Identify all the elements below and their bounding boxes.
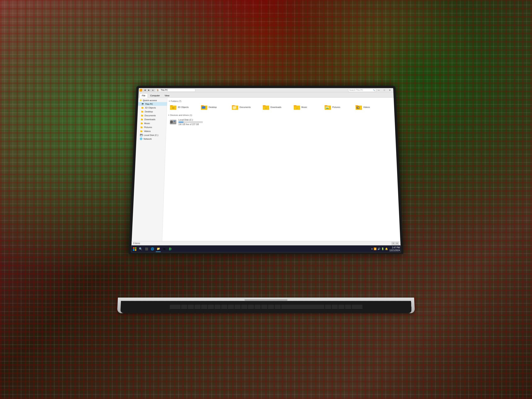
sidebar-item-this-pc[interactable]: 💻 This PC xyxy=(138,102,167,106)
key-2 xyxy=(188,304,194,310)
tray-battery[interactable]: 🔋 xyxy=(381,247,384,250)
pictures-icon xyxy=(140,126,143,129)
sidebar-local-disk-label: Local Disk (C:) xyxy=(144,134,158,136)
drives-section-label: Devices and drives (1) xyxy=(170,114,192,116)
svg-rect-52 xyxy=(174,122,175,122)
tab-computer[interactable]: Computer xyxy=(148,93,162,97)
sidebar-item-documents[interactable]: Documents xyxy=(137,114,167,117)
svg-rect-55 xyxy=(133,249,134,250)
windows-logo-icon xyxy=(133,247,137,251)
svg-rect-4 xyxy=(141,111,143,113)
view-toggle: ☰ ⊞ xyxy=(392,242,399,245)
folder-videos-icon xyxy=(355,104,362,110)
date-display: 12/21/2024 xyxy=(389,249,400,252)
tray-volume[interactable]: 🔊 xyxy=(377,247,380,250)
folder-music[interactable]: ♪ Music xyxy=(292,103,323,111)
3d-objects-icon xyxy=(141,106,144,109)
windows-file-explorer: ◀ ▶ ▲ 🏠 › This PC Search This PC 🔍 xyxy=(131,88,401,252)
folders-section-header: Folders (7) xyxy=(169,99,392,103)
key-18 xyxy=(338,304,344,310)
folder-3d-objects[interactable]: 3D 3D Objects xyxy=(168,103,199,111)
drive-bar xyxy=(179,121,183,123)
taskbar-clock[interactable]: 2:47 PM 12/21/2024 xyxy=(389,246,400,252)
videos-icon xyxy=(140,130,143,133)
folder-desktop-name: Desktop xyxy=(209,106,217,108)
close-button[interactable]: ✕ xyxy=(387,89,393,91)
forward-button[interactable]: ▶ xyxy=(147,89,151,92)
key-7 xyxy=(221,304,227,310)
folder-pictures-icon xyxy=(325,104,331,110)
sidebar-item-this-pc-label: This PC xyxy=(145,103,153,105)
search-placeholder: Search This PC xyxy=(349,89,363,91)
svg-rect-24 xyxy=(202,106,205,107)
sidebar-item-pictures[interactable]: Pictures xyxy=(137,125,166,129)
sidebar-item-network[interactable]: 🌐 Network xyxy=(136,137,166,141)
sidebar-item-downloads[interactable]: ↓ Downloads xyxy=(137,117,167,121)
key-3 xyxy=(194,304,201,310)
taskbar-store[interactable]: 🛍 xyxy=(162,246,167,252)
taskbar-search[interactable]: 🔍 xyxy=(138,246,143,252)
svg-rect-2 xyxy=(141,107,144,108)
folder-documents[interactable]: Documents xyxy=(230,103,261,111)
folder-downloads-name: Downloads xyxy=(270,106,281,108)
folder-3d-name: 3D Objects xyxy=(177,106,189,108)
key-space xyxy=(281,304,324,310)
tab-view[interactable]: View xyxy=(162,93,172,97)
search-bar[interactable]: Search This PC 🔍 xyxy=(348,89,376,92)
sidebar-item-desktop[interactable]: Desktop xyxy=(138,110,167,114)
screen: ◀ ▶ ▲ 🏠 › This PC Search This PC 🔍 xyxy=(131,88,401,252)
taskbar-file-explorer[interactable]: 📁 xyxy=(156,246,161,252)
sidebar-desktop-label: Desktop xyxy=(145,110,153,113)
key-8 xyxy=(228,304,234,310)
sidebar: ⭐ Quick access 💻 This PC 3 xyxy=(132,98,167,241)
tray-notification[interactable]: 🔔 xyxy=(385,247,388,250)
taskbar-edge[interactable]: 🌐 xyxy=(150,246,155,252)
laptop-hinge-ridge xyxy=(244,299,287,301)
start-button[interactable] xyxy=(132,246,137,252)
list-view-button[interactable]: ☰ xyxy=(392,242,395,245)
up-button[interactable]: ▲ xyxy=(151,89,155,92)
folder-documents-icon xyxy=(232,104,238,110)
taskbar-task-view[interactable]: ⬛ xyxy=(144,246,149,252)
folder-documents-name: Documents xyxy=(240,106,251,108)
maximize-button[interactable]: □ xyxy=(382,89,387,91)
key-4 xyxy=(201,304,207,310)
minimize-button[interactable]: — xyxy=(376,89,381,91)
back-button[interactable]: ◀ xyxy=(143,89,147,92)
svg-rect-0 xyxy=(140,90,142,91)
svg-rect-3 xyxy=(141,107,143,107)
search-icon[interactable]: 🔍 xyxy=(373,89,375,91)
tray-arrow[interactable]: ∧ xyxy=(371,247,373,250)
quick-access-header[interactable]: ⭐ Quick access xyxy=(138,98,167,102)
breadcrumb[interactable]: 🏠 › This PC xyxy=(155,89,195,92)
folder-desktop[interactable]: Desktop xyxy=(200,103,230,111)
svg-rect-19 xyxy=(170,106,173,107)
svg-rect-35 xyxy=(294,105,297,107)
this-pc-icon: 💻 xyxy=(141,103,144,105)
svg-rect-30 xyxy=(233,106,236,109)
sidebar-item-videos[interactable]: Videos xyxy=(137,129,166,133)
folder-music-name: Music xyxy=(301,106,307,108)
key-5 xyxy=(208,304,214,310)
taskbar-pinned-apps: 🔍 ⬛ 🌐 📁 🛍 xyxy=(138,246,173,252)
folder-downloads-icon: ↓ xyxy=(263,104,269,110)
folder-videos[interactable]: Videos xyxy=(354,103,385,111)
nav-arrows: ◀ ▶ ▲ xyxy=(143,89,155,92)
sidebar-item-3d-objects[interactable]: 3D Objects xyxy=(138,106,167,110)
folder-downloads[interactable]: ↓ Downloads xyxy=(261,103,292,111)
svg-rect-38 xyxy=(325,105,328,107)
key-10 xyxy=(241,304,247,310)
taskbar-app5[interactable]: 🐉 xyxy=(168,246,173,252)
sidebar-item-local-disk[interactable]: 💾 Local Disk (C:) xyxy=(137,133,166,137)
drive-local-disk[interactable]: Local Disk (C:) 190 GB free of 237 GB xyxy=(168,117,209,127)
grid-view-button[interactable]: ⊞ xyxy=(395,242,399,245)
sidebar-item-music[interactable]: Music xyxy=(137,121,166,125)
folder-desktop-icon xyxy=(201,104,208,110)
keyboard xyxy=(120,301,412,313)
folder-pictures[interactable]: Pictures xyxy=(323,103,353,111)
content-area: Folders (7) 3D 3D xyxy=(162,98,400,241)
tray-network[interactable]: 📶 xyxy=(374,247,377,250)
drive-name: Local Disk (C:) xyxy=(178,119,207,121)
tab-file[interactable]: File xyxy=(140,93,148,98)
downloads-icon: ↓ xyxy=(140,118,143,121)
